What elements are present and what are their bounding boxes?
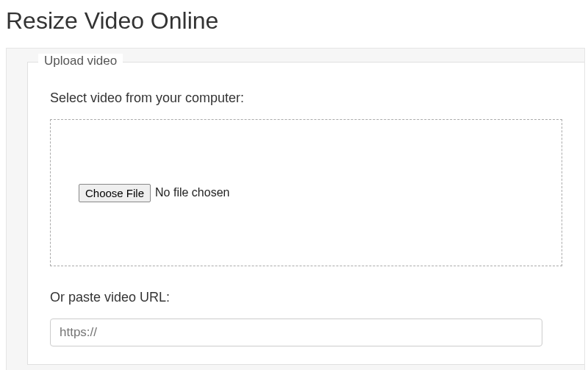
select-from-computer-label: Select video from your computer: — [50, 90, 562, 106]
main-panel: Upload video Select video from your comp… — [6, 48, 585, 370]
video-url-input[interactable] — [50, 319, 542, 346]
upload-legend: Upload video — [38, 54, 123, 68]
choose-file-button[interactable]: Choose File — [79, 184, 151, 202]
paste-url-label: Or paste video URL: — [50, 290, 562, 305]
upload-fieldset: Upload video Select video from your comp… — [27, 62, 584, 365]
file-status-text: No file chosen — [155, 186, 229, 199]
page-title: Resize Video Online — [0, 0, 588, 48]
file-dropzone[interactable]: Choose File No file chosen — [50, 119, 562, 266]
file-input-row: Choose File No file chosen — [79, 184, 229, 202]
